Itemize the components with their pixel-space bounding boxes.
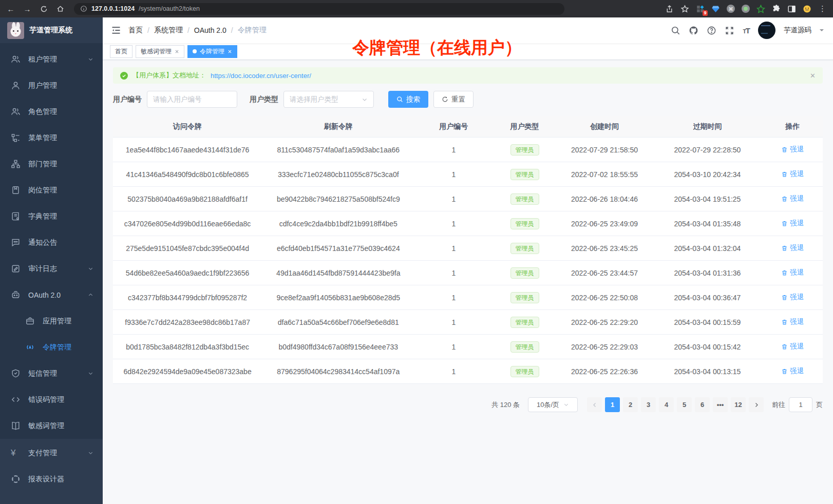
alert-close-icon[interactable]: ✕ — [810, 72, 816, 80]
expires-cell: 2054-03-04 00:13:15 — [652, 367, 762, 376]
font-size-icon[interactable]: TT — [743, 26, 750, 35]
created-cell: 2022-06-25 22:29:20 — [557, 318, 653, 326]
tab-bar: 首页 敏感词管理 令牌管理 — [103, 43, 833, 60]
sidebar-item-sensitive-word[interactable]: 敏感词管理 — [0, 413, 103, 439]
page-ellipsis-button[interactable]: ••• — [713, 397, 728, 412]
sidebar-item-sms[interactable]: 短信管理 — [0, 360, 103, 386]
forward-icon[interactable]: → — [23, 4, 32, 13]
search-button[interactable]: 搜索 — [388, 91, 428, 108]
reset-button[interactable]: 重置 — [433, 91, 474, 108]
user-type-select[interactable]: 请选择用户类型 — [283, 91, 374, 108]
trash-icon — [781, 146, 788, 153]
sidebar-item-tenant[interactable]: 租户管理 — [0, 46, 103, 72]
force-logout-button[interactable]: 强退 — [781, 268, 804, 277]
sidebar-item-menu[interactable]: 菜单管理 — [0, 125, 103, 151]
force-logout-button[interactable]: 强退 — [781, 169, 804, 179]
force-logout-button[interactable]: 强退 — [781, 194, 804, 203]
col-refresh-token: 刷新令牌 — [262, 122, 414, 131]
tab-token[interactable]: 令牌管理 — [187, 45, 237, 58]
access-token-cell: f9336e7c7dd242a283ee98dc86b17a87 — [113, 318, 262, 326]
user-type-label: 用户类型 — [250, 95, 278, 104]
sidebar-item-oauth2-app[interactable]: 应用管理 — [0, 308, 103, 334]
force-logout-button[interactable]: 强退 — [781, 342, 804, 351]
command-extension-icon[interactable]: ⌘ — [727, 5, 735, 13]
github-icon[interactable] — [689, 26, 698, 35]
force-logout-button[interactable]: 强退 — [781, 366, 804, 376]
sidebar-item-report-designer[interactable]: 报表设计器 — [0, 466, 103, 492]
access-token-cell: 54d6be82ee5a460a9aedc1f9bf223656 — [113, 269, 262, 277]
sidebar-menu: 租户管理 用户管理 角色管理 菜单管理 部门管理 岗位管理 — [0, 43, 103, 439]
force-logout-button[interactable]: 强退 — [781, 219, 804, 228]
page-size-select[interactable]: 10条/页 — [528, 397, 578, 412]
close-icon[interactable] — [228, 49, 232, 54]
collapse-sidebar-icon[interactable] — [111, 25, 121, 35]
refresh-token-cell: be90422b8c7946218275a508bf524fc9 — [262, 195, 414, 203]
sidebar-item-oauth2-token[interactable]: 令牌管理 — [0, 334, 103, 360]
gem-extension-icon[interactable] — [711, 5, 720, 13]
force-logout-button[interactable]: 强退 — [781, 145, 804, 154]
page-button-12[interactable]: 12 — [731, 397, 746, 412]
username[interactable]: 芋道源码 — [784, 26, 811, 35]
force-logout-button[interactable]: 强退 — [781, 317, 804, 326]
user-id-cell: 1 — [414, 318, 493, 326]
close-icon[interactable] — [175, 49, 179, 54]
caret-down-icon[interactable] — [820, 29, 824, 33]
expires-cell: 2054-03-04 01:35:48 — [652, 220, 762, 228]
sidebar-item-oauth2[interactable]: OAuth 2.0 — [0, 282, 103, 308]
extension-blocks-icon[interactable]: 9 — [696, 5, 705, 13]
user-id-cell: 1 — [414, 294, 493, 302]
back-icon[interactable]: ← — [6, 4, 15, 13]
goto-label: 前往 — [772, 400, 785, 410]
pagination: 共 120 条 10条/页 1 2 3 4 5 6 ••• 12 前往 页 — [113, 397, 823, 412]
site-info-icon[interactable] — [80, 5, 87, 12]
extensions-puzzle-icon[interactable] — [772, 5, 781, 13]
page-button-6[interactable]: 6 — [695, 397, 710, 412]
sidebar-item-error-code[interactable]: 错误码管理 — [0, 386, 103, 413]
user-id-input[interactable] — [147, 91, 237, 108]
breadcrumb-oauth2[interactable]: OAuth 2.0 — [194, 26, 226, 34]
page-button-4[interactable]: 4 — [659, 397, 674, 412]
help-icon[interactable] — [707, 26, 716, 35]
page-button-2[interactable]: 2 — [623, 397, 638, 412]
home-icon[interactable] — [55, 4, 65, 13]
next-page-button[interactable] — [749, 397, 764, 412]
goto-page-input[interactable] — [789, 397, 812, 412]
browser-menu-icon[interactable]: ⋮ — [818, 5, 827, 13]
force-logout-button[interactable]: 强退 — [781, 293, 804, 302]
sidebar-item-role[interactable]: 角色管理 — [0, 99, 103, 125]
sidebar-item-notice[interactable]: 通知公告 — [0, 229, 103, 256]
page-button-3[interactable]: 3 — [641, 397, 656, 412]
search-icon[interactable] — [671, 26, 680, 35]
tab-sensitive-word[interactable]: 敏感词管理 — [136, 45, 184, 58]
doc-link[interactable]: https://doc.iocoder.cn/user-center/ — [211, 72, 311, 80]
record-extension-icon[interactable] — [742, 5, 750, 13]
browser-chrome: ← → 127.0.0.1:1024/system/oauth2/token 9… — [0, 0, 833, 17]
page-button-5[interactable]: 5 — [677, 397, 692, 412]
force-logout-button[interactable]: 强退 — [781, 243, 804, 253]
side-panel-icon[interactable] — [787, 5, 796, 13]
sidebar-item-user[interactable]: 用户管理 — [0, 72, 103, 99]
reload-icon[interactable] — [39, 4, 48, 13]
sidebar-item-dict[interactable]: 字典管理 — [0, 203, 103, 229]
fullscreen-icon[interactable] — [725, 26, 734, 35]
share-icon[interactable] — [665, 5, 674, 13]
dictionary-icon — [11, 211, 21, 221]
sidebar-item-audit-log[interactable]: 审计日志 — [0, 256, 103, 282]
page-button-1[interactable]: 1 — [605, 397, 620, 412]
prev-page-button[interactable] — [587, 397, 602, 412]
url-bar[interactable]: 127.0.0.1:1024/system/oauth2/token — [74, 3, 564, 15]
tab-home[interactable]: 首页 — [110, 45, 132, 58]
badge-icon — [11, 185, 21, 195]
sidebar-item-dept[interactable]: 部门管理 — [0, 151, 103, 177]
user-type-badge: 管理员 — [510, 243, 539, 254]
sidebar-item-post[interactable]: 岗位管理 — [0, 177, 103, 203]
profile-avatar-icon[interactable] — [803, 5, 811, 13]
user-avatar[interactable] — [758, 22, 775, 39]
trash-icon — [781, 343, 788, 350]
sidebar-item-pay[interactable]: ¥ 支付管理 — [0, 440, 103, 466]
breadcrumb-system[interactable]: 系统管理 — [154, 26, 183, 35]
star-extension-icon[interactable] — [756, 5, 765, 13]
bookmark-star-icon[interactable] — [680, 5, 689, 13]
breadcrumb-home[interactable]: 首页 — [128, 26, 143, 35]
chevron-down-icon — [563, 402, 569, 408]
